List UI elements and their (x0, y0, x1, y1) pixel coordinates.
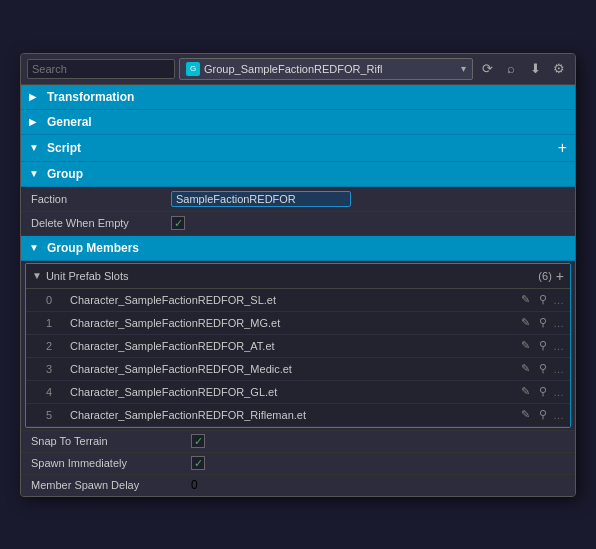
member-more-icon[interactable]: … (553, 294, 564, 306)
refresh-icon[interactable]: ⟳ (477, 59, 497, 79)
member-name: Character_SampleFactionREDFOR_Rifleman.e… (70, 409, 517, 421)
member-spawn-delay-label: Member Spawn Delay (31, 479, 191, 491)
entity-icon: G (186, 62, 200, 76)
member-actions: ✎ ⚲ … (517, 407, 564, 423)
member-actions: ✎ ⚲ … (517, 384, 564, 400)
unit-slots-chevron: ▼ (32, 270, 42, 281)
member-search-icon[interactable]: ⚲ (535, 338, 551, 354)
member-name: Character_SampleFactionREDFOR_GL.et (70, 386, 517, 398)
spawn-immediately-row: Spawn Immediately ✓ (21, 452, 575, 474)
main-panel: G Group_SampleFactionREDFOR_Rifl ▾ ⟳ ⌕ ⬇… (20, 53, 576, 497)
transformation-label: Transformation (47, 90, 567, 104)
section-group-members[interactable]: ▼ Group Members (21, 236, 575, 261)
member-edit-icon[interactable]: ✎ (517, 292, 533, 308)
dropdown-arrow: ▾ (461, 63, 466, 74)
member-more-icon[interactable]: … (553, 363, 564, 375)
section-general[interactable]: ▶ General (21, 110, 575, 135)
faction-input[interactable] (171, 191, 351, 207)
member-name: Character_SampleFactionREDFOR_Medic.et (70, 363, 517, 375)
member-row: 3 Character_SampleFactionREDFOR_Medic.et… (26, 358, 570, 381)
member-spawn-delay-row: Member Spawn Delay 0 (21, 474, 575, 496)
member-name: Character_SampleFactionREDFOR_MG.et (70, 317, 517, 329)
member-actions: ✎ ⚲ … (517, 315, 564, 331)
member-edit-icon[interactable]: ✎ (517, 407, 533, 423)
member-row: 0 Character_SampleFactionREDFOR_SL.et ✎ … (26, 289, 570, 312)
members-section: ▼ Unit Prefab Slots (6) + 0 Character_Sa… (25, 263, 571, 428)
settings-icon[interactable]: ⚙ (549, 59, 569, 79)
member-actions: ✎ ⚲ … (517, 292, 564, 308)
member-rows-container: 0 Character_SampleFactionREDFOR_SL.et ✎ … (26, 289, 570, 427)
faction-label: Faction (31, 193, 171, 205)
group-chevron: ▼ (29, 168, 41, 179)
top-bar: G Group_SampleFactionREDFOR_Rifl ▾ ⟳ ⌕ ⬇… (21, 54, 575, 85)
group-label: Group (47, 167, 567, 181)
member-index: 4 (46, 386, 70, 398)
section-script[interactable]: ▼ Script + (21, 135, 575, 162)
member-search-icon[interactable]: ⚲ (535, 292, 551, 308)
spawn-immediately-label: Spawn Immediately (31, 457, 191, 469)
group-members-label: Group Members (47, 241, 567, 255)
member-row: 4 Character_SampleFactionREDFOR_GL.et ✎ … (26, 381, 570, 404)
entity-name: Group_SampleFactionREDFOR_Rifl (204, 63, 457, 75)
delete-when-empty-row: Delete When Empty ✓ (21, 212, 575, 236)
member-edit-icon[interactable]: ✎ (517, 338, 533, 354)
unit-slots-add-button[interactable]: + (556, 268, 564, 284)
spawn-immediately-value: ✓ (191, 456, 205, 470)
delete-when-empty-checkbox[interactable]: ✓ (171, 216, 185, 230)
section-transformation[interactable]: ▶ Transformation (21, 85, 575, 110)
member-more-icon[interactable]: … (553, 409, 564, 421)
general-chevron: ▶ (29, 116, 41, 127)
member-row: 5 Character_SampleFactionREDFOR_Rifleman… (26, 404, 570, 427)
entity-selector[interactable]: G Group_SampleFactionREDFOR_Rifl ▾ (179, 58, 473, 80)
member-index: 0 (46, 294, 70, 306)
member-spawn-delay-value: 0 (191, 478, 198, 492)
member-name: Character_SampleFactionREDFOR_SL.et (70, 294, 517, 306)
member-more-icon[interactable]: … (553, 340, 564, 352)
script-add-button[interactable]: + (558, 140, 567, 156)
member-row: 2 Character_SampleFactionREDFOR_AT.et ✎ … (26, 335, 570, 358)
member-search-icon[interactable]: ⚲ (535, 384, 551, 400)
search-input[interactable] (27, 59, 175, 79)
member-index: 2 (46, 340, 70, 352)
member-row: 1 Character_SampleFactionREDFOR_MG.et ✎ … (26, 312, 570, 335)
unit-slots-header: ▼ Unit Prefab Slots (6) + (26, 264, 570, 289)
member-index: 1 (46, 317, 70, 329)
member-edit-icon[interactable]: ✎ (517, 384, 533, 400)
member-more-icon[interactable]: … (553, 386, 564, 398)
member-search-icon[interactable]: ⚲ (535, 361, 551, 377)
toolbar-icons: ⟳ ⌕ ⬇ ⚙ (477, 59, 569, 79)
transformation-chevron: ▶ (29, 91, 41, 102)
member-name: Character_SampleFactionREDFOR_AT.et (70, 340, 517, 352)
member-index: 3 (46, 363, 70, 375)
snap-to-terrain-label: Snap To Terrain (31, 435, 191, 447)
snap-to-terrain-row: Snap To Terrain ✓ (21, 430, 575, 452)
snap-to-terrain-checkbox[interactable]: ✓ (191, 434, 205, 448)
member-search-icon[interactable]: ⚲ (535, 407, 551, 423)
member-spawn-delay-text: 0 (191, 478, 198, 492)
script-chevron: ▼ (29, 142, 41, 153)
general-label: General (47, 115, 567, 129)
group-members-chevron: ▼ (29, 242, 41, 253)
section-group[interactable]: ▼ Group (21, 162, 575, 187)
unit-slots-label: Unit Prefab Slots (46, 270, 534, 282)
member-edit-icon[interactable]: ✎ (517, 361, 533, 377)
member-actions: ✎ ⚲ … (517, 338, 564, 354)
delete-when-empty-label: Delete When Empty (31, 217, 171, 229)
member-search-icon[interactable]: ⚲ (535, 315, 551, 331)
unit-slots-count: (6) (538, 270, 551, 282)
download-icon[interactable]: ⬇ (525, 59, 545, 79)
member-index: 5 (46, 409, 70, 421)
member-more-icon[interactable]: … (553, 317, 564, 329)
script-label: Script (47, 141, 558, 155)
member-edit-icon[interactable]: ✎ (517, 315, 533, 331)
member-actions: ✎ ⚲ … (517, 361, 564, 377)
search-icon[interactable]: ⌕ (501, 59, 521, 79)
snap-to-terrain-value: ✓ (191, 434, 205, 448)
spawn-immediately-checkbox[interactable]: ✓ (191, 456, 205, 470)
faction-row: Faction (21, 187, 575, 212)
